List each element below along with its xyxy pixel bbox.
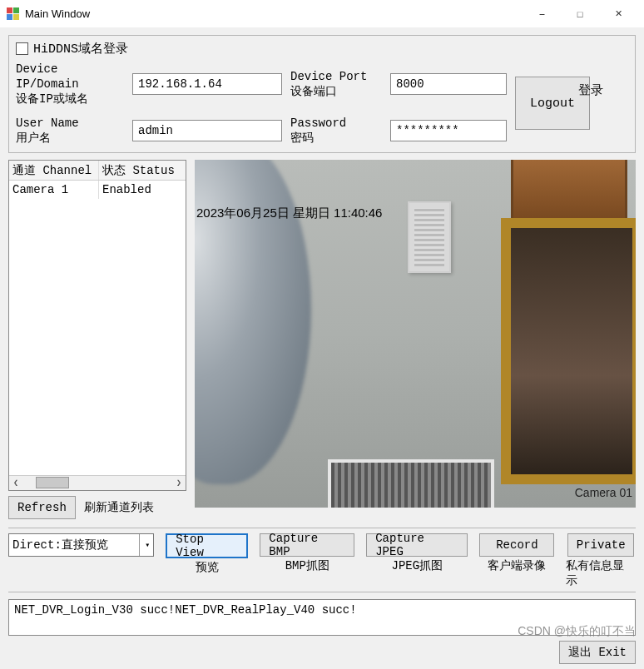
capture-jpeg-button[interactable]: Capture JPEG (366, 533, 468, 557)
scroll-left-icon[interactable]: ❮ (9, 478, 22, 488)
preview-mode-select[interactable]: Direct:直接预览 ▾ (8, 533, 154, 557)
record-label-cn: 客户端录像 (488, 558, 546, 573)
maximize-button[interactable]: □ (561, 2, 599, 27)
col-status: 状态 Status (99, 161, 178, 180)
device-ip-input[interactable] (132, 73, 282, 95)
password-input[interactable] (390, 120, 507, 141)
chevron-down-icon: ▾ (139, 534, 150, 556)
private-button[interactable]: Private (567, 533, 634, 557)
password-label: Password 密码 (290, 116, 382, 146)
log-output[interactable]: NET_DVR_Login_V30 succ!NET_DVR_RealPlay_… (8, 599, 636, 636)
stop-view-button[interactable]: Stop View (166, 533, 248, 558)
video-timestamp: 2023年06月25日 星期日 11:40:46 (196, 206, 382, 221)
col-channel: 通道 Channel (9, 161, 99, 180)
scroll-thumb[interactable] (36, 477, 69, 488)
refresh-button[interactable]: Refresh (8, 496, 76, 519)
channel-list-hscroll[interactable]: ❮ ❯ (9, 475, 186, 490)
scroll-right-icon[interactable]: ❯ (172, 478, 186, 488)
device-port-input[interactable] (390, 73, 507, 95)
capture-bmp-button[interactable]: Capture BMP (260, 533, 354, 557)
stop-view-label-cn: 预览 (196, 560, 219, 575)
refresh-label-cn: 刷新通道列表 (84, 500, 154, 515)
titlebar: Main Window ‒ □ ✕ (0, 0, 644, 28)
device-ip-label: Device IP/Domain 设备IP或域名 (16, 62, 124, 107)
window-title: Main Window (25, 7, 523, 20)
device-port-label: Device Port 设备端口 (290, 69, 382, 99)
hiddns-checkbox[interactable] (16, 42, 28, 55)
username-label: User Name 用户名 (16, 116, 124, 146)
minimize-button[interactable]: ‒ (523, 2, 561, 27)
private-label-cn: 私有信息显示 (566, 558, 636, 588)
action-bar: Direct:直接预览 ▾ Stop View 预览 Capture BMP B… (8, 528, 636, 592)
video-preview: 2023年06月25日 星期日 11:40:46 Camera 01 (195, 160, 636, 508)
capture-bmp-label-cn: BMP抓图 (285, 558, 329, 573)
channel-list-header: 通道 Channel 状态 Status (9, 161, 186, 181)
login-label: 登录 (578, 82, 603, 98)
login-panel: HiDDNS域名登录 登录 Device IP/Domain 设备IP或域名 D… (8, 35, 636, 153)
capture-jpeg-label-cn: JPEG抓图 (391, 558, 443, 573)
record-button[interactable]: Record (479, 533, 554, 557)
app-icon (7, 7, 20, 21)
video-camera-label: Camera 01 (575, 486, 632, 499)
close-button[interactable]: ✕ (599, 2, 637, 27)
hiddns-label: HiDDNS域名登录 (33, 41, 128, 57)
channel-list[interactable]: 通道 Channel 状态 Status Camera 1 Enabled ❮ … (8, 160, 186, 491)
exit-button[interactable]: 退出 Exit (559, 641, 636, 664)
channel-row[interactable]: Camera 1 Enabled (9, 181, 186, 199)
username-input[interactable] (132, 120, 282, 141)
